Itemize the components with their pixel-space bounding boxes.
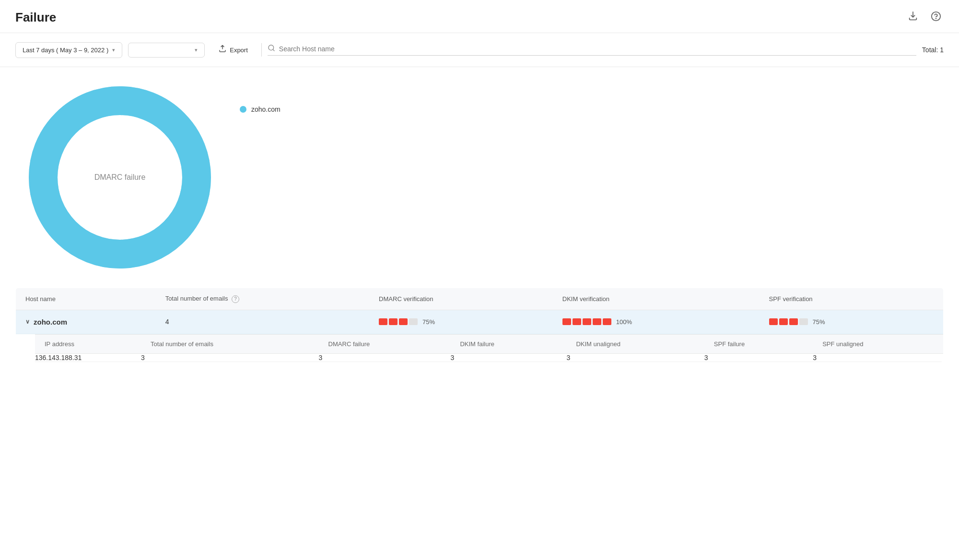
sub-col-ip: IP address	[35, 334, 141, 353]
search-icon	[268, 44, 275, 53]
dkim-verification-cell: 100%	[553, 310, 760, 334]
sub-table-wrapper: IP address Total number of emails DMARC …	[16, 334, 943, 362]
total-emails-cell: 4	[156, 310, 369, 334]
sub-table-data-row: 136.143.188.31 3 3 3 3 3 3	[35, 353, 943, 362]
sub-spf-fail-value: 3	[704, 353, 813, 362]
dmarc-bar-track	[379, 318, 418, 325]
legend-label: zoho.com	[251, 105, 281, 113]
sub-table-header-row: IP address Total number of emails DMARC …	[35, 334, 943, 353]
sub-dmarc-fail-value: 3	[319, 353, 451, 362]
date-range-dropdown[interactable]: Last 7 days ( May 3 – 9, 2022 ) ▾	[15, 42, 122, 58]
toolbar: Last 7 days ( May 3 – 9, 2022 ) ▾ ▾ Expo…	[0, 33, 959, 67]
sub-col-total: Total number of emails	[141, 334, 319, 353]
date-range-label: Last 7 days ( May 3 – 9, 2022 )	[23, 47, 108, 54]
chart-area: DMARC failure zoho.com	[0, 67, 959, 288]
filter-dropdown[interactable]: ▾	[128, 43, 205, 58]
sub-dkim-unaligned-value: 3	[566, 353, 704, 362]
spf-bar-track	[769, 318, 808, 325]
dkim-bar-track	[562, 318, 611, 325]
sub-ip-value: 136.143.188.31	[35, 353, 141, 362]
table-header-row: Host name Total number of emails ? DMARC…	[16, 288, 944, 310]
table-section: Host name Total number of emails ? DMARC…	[0, 288, 959, 362]
dmarc-bar-seg-2	[389, 318, 398, 325]
page-wrapper: Failure	[0, 0, 959, 560]
download-icon-btn[interactable]	[905, 10, 921, 25]
sub-col-dkim-fail: DKIM failure	[450, 334, 566, 353]
filter-dropdown-chevron: ▾	[195, 47, 198, 53]
sub-table-cell: IP address Total number of emails DMARC …	[16, 334, 944, 362]
total-emails-value: 4	[165, 318, 169, 326]
spf-pct: 75%	[813, 318, 830, 326]
sub-table-row: IP address Total number of emails DMARC …	[16, 334, 944, 362]
sub-col-spf-fail: SPF failure	[704, 334, 813, 353]
dkim-bar-seg-3	[583, 318, 591, 325]
col-hostname: Host name	[16, 288, 156, 310]
hostname-cell: ∨ zoho.com	[16, 310, 156, 334]
export-button[interactable]: Export	[211, 41, 256, 59]
page-header: Failure	[0, 0, 959, 33]
legend-area: zoho.com	[240, 86, 281, 113]
table-row[interactable]: ∨ zoho.com 4	[16, 310, 944, 334]
main-table: Host name Total number of emails ? DMARC…	[15, 288, 944, 362]
row-expand-chevron[interactable]: ∨	[25, 318, 30, 325]
legend-dot	[240, 106, 246, 113]
svg-point-1	[936, 18, 936, 19]
donut-center-label: DMARC failure	[94, 173, 146, 182]
dkim-bar-seg-2	[573, 318, 581, 325]
col-dmarc: DMARC verification	[369, 288, 553, 310]
header-icons	[905, 10, 944, 25]
total-emails-help-icon[interactable]: ?	[232, 295, 239, 303]
help-icon	[931, 11, 941, 24]
dkim-bar-seg-5	[603, 318, 611, 325]
date-dropdown-chevron: ▾	[112, 47, 115, 53]
search-input[interactable]	[279, 45, 916, 53]
spf-bar-seg-4	[799, 318, 808, 325]
help-icon-btn[interactable]	[928, 10, 944, 25]
col-dkim: DKIM verification	[553, 288, 760, 310]
page-title: Failure	[15, 10, 56, 25]
download-icon	[908, 11, 918, 24]
sub-col-spf-unaligned: SPF unaligned	[813, 334, 943, 353]
export-icon	[218, 45, 227, 55]
toolbar-divider	[261, 43, 262, 57]
dmarc-bar-seg-3	[399, 318, 408, 325]
donut-label-text: DMARC failure	[94, 173, 146, 181]
dkim-bar-seg-1	[562, 318, 571, 325]
donut-chart-container: DMARC failure	[29, 86, 211, 268]
dkim-pct: 100%	[616, 318, 633, 326]
sub-table: IP address Total number of emails DMARC …	[35, 334, 943, 362]
dkim-bar-seg-4	[593, 318, 601, 325]
total-count: Total: 1	[922, 46, 944, 54]
dmarc-verification-cell: 75%	[369, 310, 553, 334]
col-total-emails: Total number of emails ?	[156, 288, 369, 310]
sub-spf-unaligned-value: 3	[813, 353, 943, 362]
dmarc-bar-seg-1	[379, 318, 387, 325]
spf-bar-seg-1	[769, 318, 778, 325]
svg-line-3	[273, 49, 274, 51]
search-area	[268, 44, 916, 56]
legend-item: zoho.com	[240, 105, 281, 113]
col-spf: SPF verification	[760, 288, 944, 310]
sub-col-dmarc-fail: DMARC failure	[319, 334, 451, 353]
spf-bar-seg-3	[789, 318, 798, 325]
sub-dkim-fail-value: 3	[450, 353, 566, 362]
sub-col-dkim-unaligned: DKIM unaligned	[566, 334, 704, 353]
spf-verification-cell: 75%	[760, 310, 944, 334]
hostname-value: zoho.com	[34, 318, 67, 326]
dmarc-pct: 75%	[422, 318, 440, 326]
spf-bar-seg-2	[779, 318, 788, 325]
export-label: Export	[230, 47, 248, 54]
dmarc-bar-seg-4	[409, 318, 418, 325]
sub-total-value: 3	[141, 353, 319, 362]
